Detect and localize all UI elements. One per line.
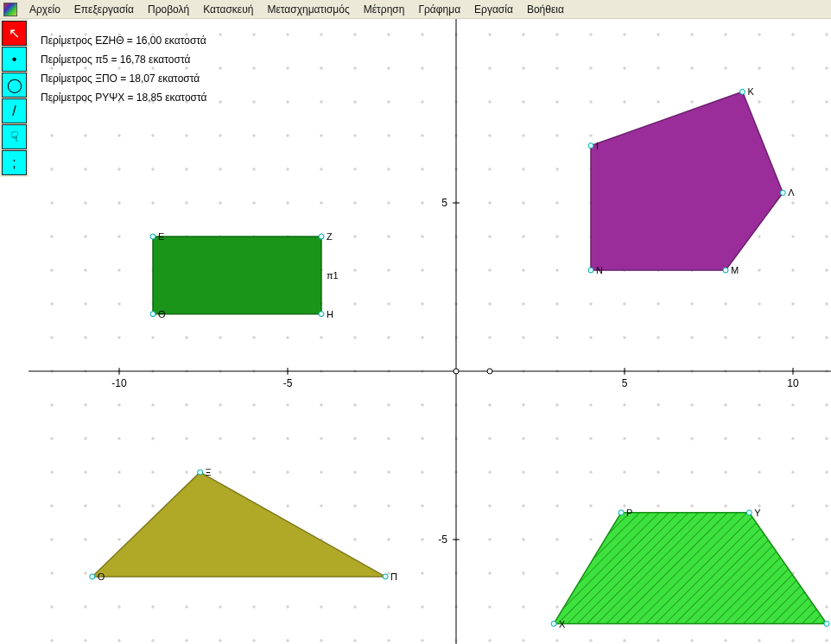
vertex-point[interactable] (780, 190, 785, 195)
text-tool[interactable]: ; (2, 150, 27, 175)
vertex-point[interactable] (746, 510, 752, 515)
measurement-line[interactable]: Περίμετρος ΞΠΟ = 18,07 εκατοστά (41, 69, 207, 88)
app-icon (3, 3, 17, 16)
x-tick-label: -10 (111, 377, 127, 389)
menu-item-6[interactable]: Γράφημα (411, 2, 467, 17)
vertex-label: Ξ (206, 467, 212, 477)
vertex-point[interactable] (723, 268, 728, 273)
vertex-point[interactable] (150, 312, 155, 317)
x-tick-label: 10 (787, 377, 799, 389)
vertex-point[interactable] (740, 89, 745, 94)
measurement-line[interactable]: Περίμετρος ΡΥΨΧ = 18,85 εκατοστά (41, 88, 207, 107)
shape-rectangle[interactable] (153, 237, 321, 314)
menu-item-2[interactable]: Προβολή (141, 2, 196, 17)
vertex-label: Υ (754, 508, 761, 518)
vertex-label: Θ (158, 309, 166, 319)
sidebar-toolbar: ↖•◯/☟; (0, 19, 29, 177)
vertex-label: Ο (98, 571, 105, 582)
drawing-surface[interactable]: -10-5510-55EZHΘπ1ΙΚΛΜΝΞΠΟΡΥΨΧ (29, 19, 831, 644)
shape-trapezoid[interactable] (554, 513, 827, 624)
y-tick-label: 5 (441, 197, 447, 209)
shape-triangle[interactable] (92, 472, 385, 577)
vertex-point[interactable] (319, 312, 324, 317)
menu-item-0[interactable]: Αρχείο (22, 2, 67, 17)
pointer-tool[interactable]: ↖ (2, 21, 27, 46)
vertex-point[interactable] (319, 234, 324, 239)
hand-tool[interactable]: ☟ (2, 124, 27, 149)
menu-item-7[interactable]: Εργασία (467, 2, 520, 17)
vertex-point[interactable] (824, 622, 829, 627)
vertex-label: Ρ (626, 508, 632, 518)
canvas-area[interactable]: -10-5510-55EZHΘπ1ΙΚΛΜΝΞΠΟΡΥΨΧ Περίμετρος… (29, 19, 831, 644)
menu-item-5[interactable]: Μέτρηση (357, 2, 412, 17)
segment-label: π1 (327, 270, 339, 281)
vertex-label: Κ (748, 86, 755, 97)
shape-pentagon[interactable] (591, 92, 783, 270)
vertex-point[interactable] (198, 470, 203, 475)
measurement-line[interactable]: Περίμετρος ΕΖΗΘ = 16,00 εκατοστά (41, 31, 207, 50)
menu-item-3[interactable]: Κατασκευή (196, 2, 260, 17)
measurements-list: Περίμετρος ΕΖΗΘ = 16,00 εκατοστάΠερίμετρ… (41, 31, 207, 107)
menubar: ΑρχείοΕπεξεργασίαΠροβολήΚατασκευήΜετασχη… (0, 0, 831, 19)
circle-tool[interactable]: ◯ (2, 73, 27, 98)
vertex-point[interactable] (618, 510, 624, 515)
vertex-label: Ι (596, 141, 599, 151)
vertex-label: H (327, 309, 333, 319)
menu-item-1[interactable]: Επεξεργασία (67, 2, 141, 17)
measurement-line[interactable]: Περίμετρος π5 = 16,78 εκατοστά (41, 50, 207, 69)
line-tool[interactable]: / (2, 98, 27, 123)
vertex-label: Z (327, 231, 333, 242)
x-tick-label: 5 (622, 377, 628, 389)
vertex-label: Ν (596, 265, 603, 275)
point-tool[interactable]: • (2, 47, 27, 72)
vertex-point[interactable] (383, 574, 388, 579)
vertex-point[interactable] (90, 574, 95, 579)
vertex-point[interactable] (588, 268, 593, 273)
menu-item-4[interactable]: Μετασχηματισμός (260, 2, 356, 17)
x-tick-label: -5 (283, 377, 293, 389)
vertex-label: Μ (731, 265, 739, 275)
menu-item-8[interactable]: Βοήθεια (520, 2, 571, 17)
origin-point[interactable] (454, 369, 459, 374)
vertex-point[interactable] (551, 622, 556, 627)
unit-point[interactable] (487, 369, 492, 374)
vertex-label: E (158, 231, 164, 242)
y-tick-label: -5 (438, 534, 447, 546)
vertex-label: Χ (559, 619, 566, 629)
vertex-point[interactable] (588, 143, 593, 148)
vertex-label: Π (390, 571, 397, 582)
vertex-label: Λ (788, 187, 795, 198)
vertex-point[interactable] (150, 234, 155, 239)
